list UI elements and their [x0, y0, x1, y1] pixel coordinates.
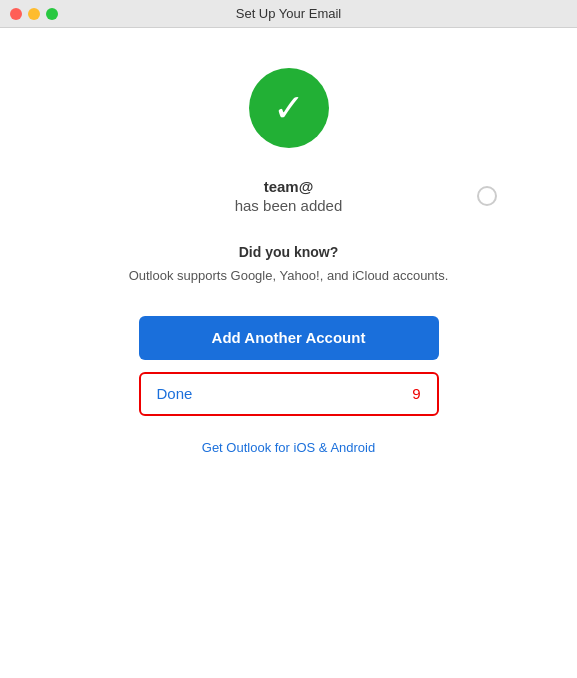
done-count: 9 [412, 385, 420, 402]
minimize-button[interactable] [28, 8, 40, 20]
window-title: Set Up Your Email [236, 6, 342, 21]
did-you-know-title: Did you know? [129, 244, 449, 260]
get-outlook-link[interactable]: Get Outlook for iOS & Android [202, 440, 375, 455]
done-button[interactable]: Done 9 [139, 372, 439, 416]
add-another-account-button[interactable]: Add Another Account [139, 316, 439, 360]
account-email: team@ [60, 178, 517, 195]
account-status: has been added [60, 197, 517, 214]
traffic-lights [10, 8, 58, 20]
done-label: Done [157, 385, 193, 402]
did-you-know-text: Outlook supports Google, Yahoo!, and iCl… [129, 266, 449, 286]
title-bar: Set Up Your Email [0, 0, 577, 28]
account-info: team@ has been added [60, 178, 517, 214]
maximize-button[interactable] [46, 8, 58, 20]
main-content: ✓ team@ has been added Did you know? Out… [0, 28, 577, 678]
close-button[interactable] [10, 8, 22, 20]
button-group: Add Another Account Done 9 [60, 316, 517, 416]
radio-button[interactable] [477, 186, 497, 206]
checkmark-icon: ✓ [273, 89, 305, 127]
success-icon: ✓ [249, 68, 329, 148]
did-you-know-section: Did you know? Outlook supports Google, Y… [119, 244, 459, 286]
